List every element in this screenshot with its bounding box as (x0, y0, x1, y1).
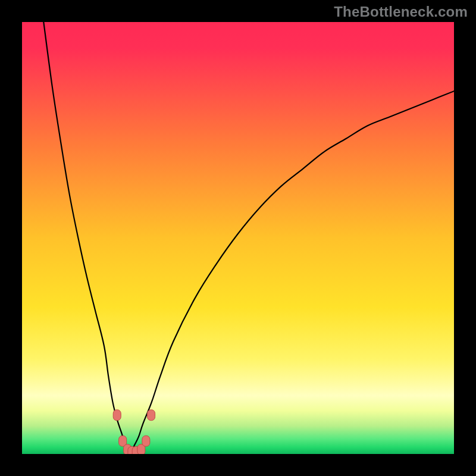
gradient-background (22, 22, 454, 454)
trough-marker (142, 436, 150, 446)
trough-marker (148, 410, 155, 421)
watermark-text: TheBottleneck.com (334, 4, 468, 20)
trough-marker (113, 410, 121, 421)
plot-area (22, 22, 454, 454)
chart-frame: TheBottleneck.com (0, 0, 476, 476)
